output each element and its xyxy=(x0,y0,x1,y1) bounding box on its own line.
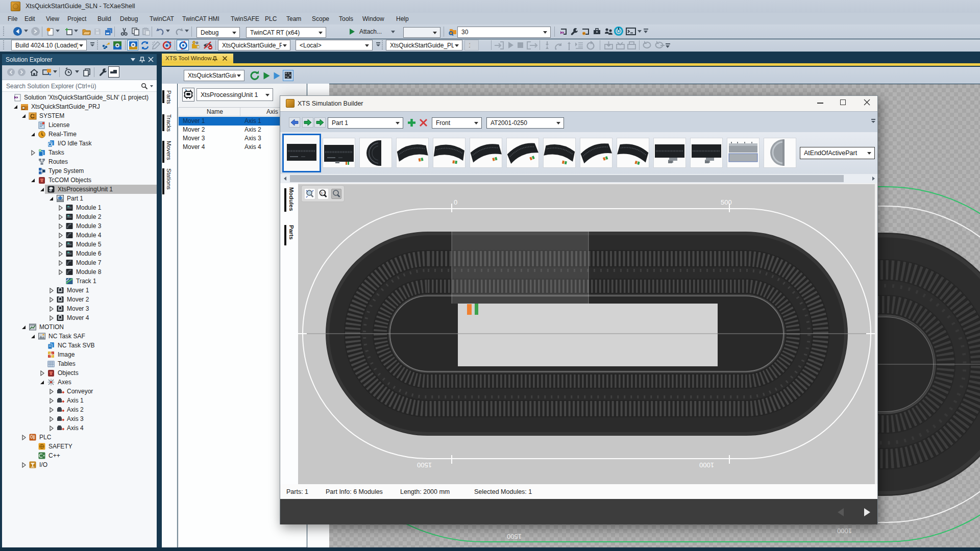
svg-text:1:1: 1:1 xyxy=(321,191,326,195)
svg-text:0: 0 xyxy=(454,198,457,206)
svg-text:1500: 1500 xyxy=(417,461,432,469)
svg-text:1000: 1000 xyxy=(837,527,852,535)
svg-text:1000: 1000 xyxy=(699,461,714,469)
svg-text:1500: 1500 xyxy=(507,533,522,540)
svg-text:500: 500 xyxy=(721,198,732,206)
